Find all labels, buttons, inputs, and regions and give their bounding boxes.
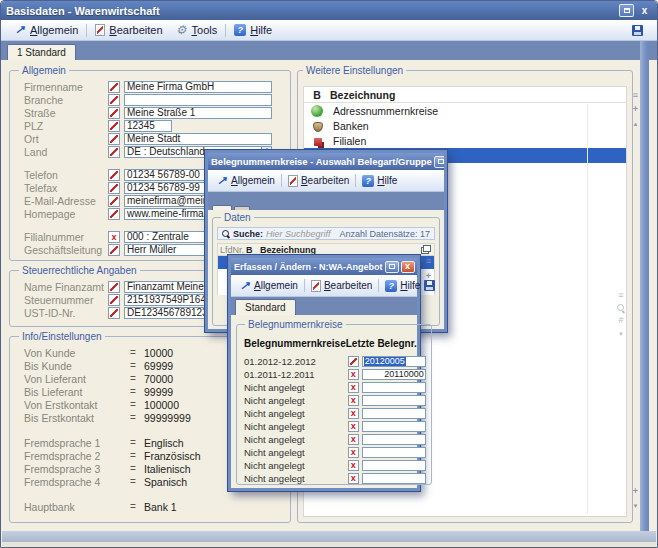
menu-item[interactable]: Hilfe <box>228 22 278 39</box>
range-label: Nicht angelegt <box>244 382 348 393</box>
menu-item[interactable]: Allgemein <box>7 22 84 39</box>
dialog2-titlebar[interactable]: Erfassen / Ändern - N:WA-Angebot <box>231 258 417 275</box>
menu-item[interactable]: Hilfe <box>358 172 401 189</box>
dialog1-tab[interactable] <box>234 206 250 210</box>
field-input[interactable]: Meine Straße 1 <box>124 107 272 119</box>
last-number-input[interactable] <box>362 382 426 393</box>
field-action-icon[interactable] <box>108 182 120 194</box>
last-number-input[interactable] <box>362 421 426 432</box>
field-action-icon[interactable] <box>348 356 359 367</box>
field-action-icon[interactable] <box>108 133 120 145</box>
dialog1-titlebar[interactable]: Belegnummernkreise - Auswahl Belegart/Gr… <box>208 153 444 170</box>
field-action-icon[interactable] <box>348 421 359 432</box>
field-action-icon[interactable] <box>108 294 120 306</box>
plus-icon[interactable] <box>633 487 638 496</box>
info-label: Fremdsprache 3 <box>24 463 130 475</box>
list-options-icon[interactable] <box>421 245 431 254</box>
close-icon[interactable] <box>401 261 415 273</box>
settings-row[interactable]: Banken <box>304 118 626 133</box>
last-number-value: 20120005 <box>364 356 406 366</box>
field-input[interactable]: 12345 <box>124 120 172 132</box>
last-number-input[interactable] <box>362 473 426 484</box>
last-number-input[interactable] <box>362 447 426 458</box>
field-input[interactable]: Meine Firma GmbH <box>124 81 272 93</box>
menu-item-icon <box>215 174 228 187</box>
field-action-icon[interactable] <box>348 395 359 406</box>
down-icon[interactable] <box>633 501 639 510</box>
field-action-icon[interactable] <box>348 369 359 380</box>
field-action-icon[interactable] <box>108 81 120 93</box>
number-range-row: Nicht angelegt <box>244 394 426 406</box>
restore-icon[interactable] <box>619 4 634 17</box>
search-bar[interactable]: Suche: Hier Suchbegriff Anzahl Datensätz… <box>217 227 435 240</box>
number-range-row: Nicht angelegt <box>244 459 426 471</box>
settings-row[interactable]: Adressnummernkreise <box>304 103 626 118</box>
field-label: Telefax <box>24 182 108 194</box>
plus-icon[interactable] <box>633 105 638 114</box>
field-action-icon[interactable] <box>108 94 120 106</box>
field-action-icon[interactable] <box>348 460 359 471</box>
save-icon[interactable] <box>424 280 435 291</box>
field-action-icon[interactable] <box>108 120 120 132</box>
menu-item[interactable]: Allgemein <box>211 172 279 189</box>
number-range-row: Nicht angelegt <box>244 381 426 393</box>
minimize-icon[interactable] <box>434 156 444 168</box>
field-value: Herr Müller <box>127 244 176 255</box>
field-action-icon[interactable] <box>108 281 120 293</box>
field-action-icon[interactable] <box>108 107 120 119</box>
save-icon[interactable] <box>632 25 643 36</box>
section-info-legend: Info/Einstellungen <box>19 331 105 342</box>
last-number-input[interactable]: 20110000 <box>362 369 426 380</box>
field-action-icon[interactable] <box>348 382 359 393</box>
menu-item[interactable]: Bearbeiten <box>307 277 376 294</box>
tab-standard[interactable]: 1 Standard <box>7 44 76 60</box>
number-range-row: Nicht angelegt <box>244 472 426 484</box>
grid-icon[interactable] <box>618 316 623 325</box>
last-number-input[interactable] <box>362 434 426 445</box>
field-input[interactable]: Meine Stadt <box>124 133 272 145</box>
range-label: Nicht angelegt <box>244 395 348 406</box>
close-icon[interactable] <box>637 4 652 17</box>
info-value: 69999 <box>144 360 173 372</box>
field-action-icon[interactable] <box>108 231 120 243</box>
menu-item[interactable]: Hilfe <box>381 277 424 294</box>
list-top-icon[interactable] <box>426 257 431 266</box>
field-action-icon[interactable] <box>348 473 359 484</box>
field-input[interactable] <box>124 94 272 106</box>
menu-icon[interactable] <box>618 291 623 300</box>
field-label: Straße <box>24 107 108 119</box>
field-action-icon[interactable] <box>108 244 120 256</box>
dialog1-tab[interactable] <box>212 205 232 210</box>
magnifier-icon[interactable] <box>617 304 625 312</box>
last-number-input[interactable] <box>362 395 426 406</box>
field-action-icon[interactable] <box>348 408 359 419</box>
field-label: Branche <box>24 94 108 106</box>
section-steuer-legend: Steuerrechtliche Angaben <box>19 265 140 276</box>
main-toolbar: Allgemein Bearbeiten Tools Hilfe <box>1 20 657 41</box>
info-label: Bis Kunde <box>24 360 130 372</box>
last-number-input[interactable]: 20120005 <box>362 356 426 367</box>
menu-item[interactable]: Bearbeiten <box>89 22 168 39</box>
titlebar[interactable]: Basisdaten - Warenwirtschaft <box>1 1 657 20</box>
last-number-input[interactable] <box>362 460 426 471</box>
last-number-input[interactable] <box>362 408 426 419</box>
field-action-icon[interactable] <box>348 434 359 445</box>
list-top-icon[interactable] <box>633 91 638 100</box>
field-action-icon[interactable] <box>108 169 120 181</box>
field-action-icon[interactable] <box>348 447 359 458</box>
dialog2-tab-standard[interactable]: Standard <box>235 299 296 315</box>
down-icon[interactable] <box>618 329 624 338</box>
menu-item[interactable]: Tools <box>169 22 224 39</box>
field-label: Firmenname <box>24 81 108 93</box>
minimize-icon[interactable] <box>385 261 399 273</box>
menu-item[interactable]: Bearbeiten <box>284 172 353 189</box>
field-value: 000 : Zentrale <box>127 231 189 242</box>
field-action-icon[interactable] <box>108 195 120 207</box>
field-action-icon[interactable] <box>108 307 120 319</box>
field-action-icon[interactable] <box>108 146 120 158</box>
up-icon[interactable] <box>633 119 639 128</box>
field-action-icon[interactable] <box>108 208 120 220</box>
menu-item[interactable]: Allgemein <box>234 277 302 294</box>
settings-row[interactable]: Filialen <box>304 133 626 148</box>
field-label: Name Finanzamt <box>24 281 108 293</box>
